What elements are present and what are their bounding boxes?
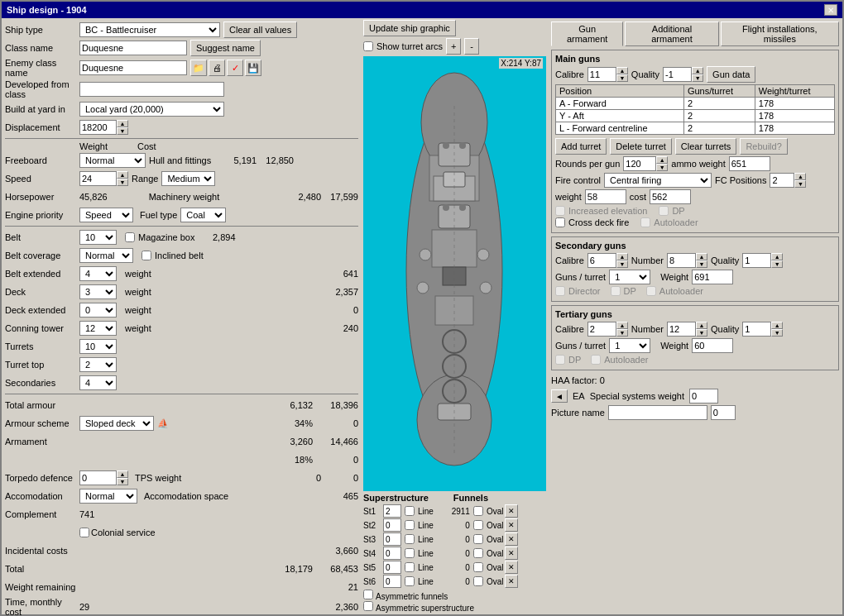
tert-number-input[interactable] <box>667 322 696 337</box>
colonial-checkbox[interactable] <box>79 528 89 537</box>
magazine-checkbox[interactable] <box>125 232 135 242</box>
arrow-left-btn[interactable]: ◄ <box>551 389 568 403</box>
tert-number-down-btn[interactable]: ▼ <box>696 329 707 337</box>
st6-input[interactable] <box>383 575 401 588</box>
cross-deck-checkbox[interactable] <box>555 217 565 227</box>
st3-input[interactable] <box>383 532 401 546</box>
armour-scheme-select[interactable]: Sloped deck <box>79 416 154 431</box>
ship-type-select[interactable]: BC - Battlecruiser <box>79 22 220 37</box>
funnel5-oval-checkbox[interactable] <box>473 562 483 572</box>
check-icon-btn[interactable]: ✓ <box>227 60 243 76</box>
update-ship-graphic-btn[interactable]: Update ship graphic <box>363 20 456 36</box>
tert-autoloader-checkbox[interactable] <box>591 355 601 365</box>
tert-calibre-up-btn[interactable]: ▲ <box>616 322 628 329</box>
quality-input[interactable] <box>663 67 692 82</box>
tert-quality-up-btn[interactable]: ▲ <box>771 322 783 329</box>
rebuild-btn[interactable]: Rebuild? <box>740 138 787 155</box>
st2-line-checkbox[interactable] <box>405 520 415 530</box>
funnel2-x-btn[interactable]: ✕ <box>505 518 518 532</box>
fire-control-select[interactable]: Central firing <box>604 173 712 188</box>
fc-positions-input[interactable] <box>770 173 794 188</box>
build-yard-select[interactable]: Local yard (20,000) <box>79 102 224 117</box>
folder-icon-btn[interactable]: 📁 <box>190 60 207 76</box>
show-turret-arcs-checkbox[interactable] <box>363 41 373 51</box>
tab-gun-armament[interactable]: Gun armament <box>551 21 623 46</box>
developed-input[interactable] <box>79 82 224 97</box>
tert-weight-input[interactable] <box>692 338 733 353</box>
picture-name-input[interactable] <box>608 405 707 420</box>
belt-select[interactable]: 10 <box>79 230 117 245</box>
funnel3-x-btn[interactable]: ✕ <box>505 532 518 546</box>
clear-all-btn[interactable]: Clear all values <box>223 21 297 38</box>
deck-extended-select[interactable]: 0 <box>79 303 117 318</box>
displacement-down-btn[interactable]: ▼ <box>117 127 128 135</box>
speed-up-btn[interactable]: ▲ <box>117 171 128 179</box>
tab-flight-installations[interactable]: Flight installations, missiles <box>721 21 839 46</box>
calibre-up-btn[interactable]: ▲ <box>616 67 628 74</box>
sec-number-up-btn[interactable]: ▲ <box>696 253 707 260</box>
funnel6-x-btn[interactable]: ✕ <box>505 575 518 588</box>
funnel4-oval-checkbox[interactable] <box>473 548 483 558</box>
ammo-weight-input[interactable] <box>729 156 770 171</box>
delete-turret-btn[interactable]: Delete turret <box>610 138 672 155</box>
sec-quality-down-btn[interactable]: ▼ <box>771 260 783 268</box>
special-systems-input[interactable] <box>689 389 718 404</box>
st4-input[interactable] <box>383 547 401 560</box>
st4-line-checkbox[interactable] <box>405 548 415 558</box>
rounds-up-btn[interactable]: ▲ <box>656 156 668 164</box>
rounds-down-btn[interactable]: ▼ <box>656 164 668 171</box>
funnel6-oval-checkbox[interactable] <box>473 576 483 586</box>
enemy-class-input[interactable] <box>79 60 187 75</box>
calibre-input[interactable] <box>587 67 616 82</box>
fc-up-btn[interactable]: ▲ <box>794 173 806 180</box>
gun-weight-input[interactable] <box>585 189 626 204</box>
conning-tower-select[interactable]: 12 <box>79 321 117 336</box>
st1-input[interactable] <box>383 504 401 518</box>
dp-checkbox-main[interactable] <box>659 206 669 216</box>
sec-calibre-input[interactable] <box>587 253 616 268</box>
engine-priority-select[interactable]: Speed <box>79 208 133 222</box>
secondaries-select[interactable]: 4 <box>79 375 117 390</box>
tab-additional-armament[interactable]: Additional armament <box>625 21 718 46</box>
st5-input[interactable] <box>383 561 401 574</box>
st1-line-checkbox[interactable] <box>405 506 415 516</box>
tert-number-up-btn[interactable]: ▲ <box>696 322 707 329</box>
torpedo-input[interactable] <box>79 470 117 485</box>
st6-line-checkbox[interactable] <box>405 576 415 586</box>
speed-down-btn[interactable]: ▼ <box>117 179 128 186</box>
tert-calibre-input[interactable] <box>587 322 616 337</box>
minus-btn[interactable]: - <box>464 38 479 55</box>
sec-quality-up-btn[interactable]: ▲ <box>771 253 783 260</box>
funnel3-oval-checkbox[interactable] <box>473 534 483 544</box>
displacement-input[interactable] <box>79 120 117 135</box>
sec-weight-input[interactable] <box>692 270 733 284</box>
plus-btn[interactable]: + <box>446 38 461 55</box>
calibre-down-btn[interactable]: ▼ <box>616 74 628 82</box>
funnel2-oval-checkbox[interactable] <box>473 520 483 530</box>
fc-down-btn[interactable]: ▼ <box>794 180 806 188</box>
funnel5-x-btn[interactable]: ✕ <box>505 561 518 574</box>
sec-quality-input[interactable] <box>742 253 771 268</box>
increased-elevation-checkbox[interactable] <box>555 206 565 216</box>
tert-guns-turret-select[interactable]: 1 <box>609 338 650 353</box>
save-icon-btn[interactable]: 💾 <box>245 60 261 76</box>
gun-data-btn[interactable]: Gun data <box>707 66 755 83</box>
asymmetric-funnels-checkbox[interactable] <box>363 590 373 599</box>
tert-quality-input[interactable] <box>742 322 771 337</box>
add-turret-btn[interactable]: Add turret <box>555 138 607 155</box>
quality-up-btn[interactable]: ▲ <box>692 67 703 74</box>
belt-coverage-select[interactable]: Normal <box>79 248 133 263</box>
sec-calibre-up-btn[interactable]: ▲ <box>616 253 628 260</box>
inclined-belt-checkbox[interactable] <box>141 251 151 260</box>
fuel-type-select[interactable]: Coal <box>180 208 226 222</box>
range-select[interactable]: Medium <box>161 171 215 186</box>
picture-number-input[interactable] <box>711 405 736 420</box>
tert-dp-checkbox[interactable] <box>555 355 565 365</box>
sec-calibre-down-btn[interactable]: ▼ <box>616 260 628 268</box>
sec-guns-turret-select[interactable]: 1 <box>609 270 650 284</box>
st2-input[interactable] <box>383 518 401 532</box>
sec-director-checkbox[interactable] <box>555 286 565 296</box>
deck-select[interactable]: 3 <box>79 284 117 299</box>
close-button[interactable]: ✕ <box>824 4 837 16</box>
clear-turrets-btn[interactable]: Clear turrets <box>675 138 737 155</box>
